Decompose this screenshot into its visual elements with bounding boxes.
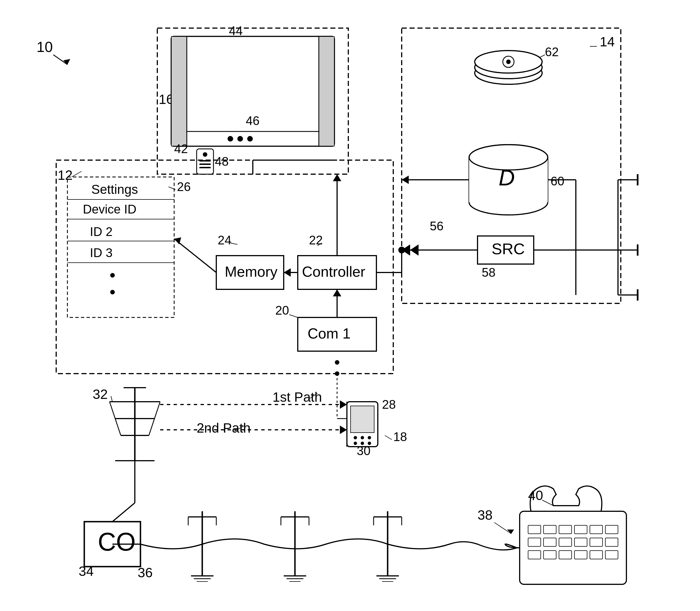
svg-point-80: [361, 436, 364, 439]
main-ref-label: 10: [36, 39, 53, 55]
device-id-label: Device ID: [83, 202, 136, 216]
svg-rect-149: [605, 551, 618, 559]
src-label: SRC: [492, 240, 525, 258]
svg-rect-7: [319, 36, 334, 146]
svg-point-81: [368, 436, 371, 439]
svg-rect-139: [543, 538, 556, 547]
path2-label: 2nd Path: [197, 420, 251, 435]
svg-rect-78: [351, 406, 374, 433]
svg-rect-137: [605, 525, 618, 534]
src-ref: 58: [482, 266, 495, 279]
svg-point-12: [247, 136, 253, 141]
svg-point-14: [203, 152, 207, 157]
telephone-wire-ref: 38: [478, 508, 492, 522]
svg-rect-6: [172, 36, 187, 146]
svg-rect-145: [543, 551, 556, 559]
svg-point-11: [237, 136, 243, 141]
mobile-phone-ref: 30: [357, 444, 371, 458]
mobile-ref: 18: [393, 430, 407, 444]
path1-label: 1st Path: [272, 390, 322, 404]
svg-rect-132: [528, 525, 541, 534]
svg-point-79: [354, 436, 357, 439]
svg-rect-140: [559, 538, 572, 547]
svg-rect-148: [590, 551, 602, 559]
tv-logo-ref: 46: [246, 114, 259, 128]
device-group-ref: 12: [58, 168, 73, 183]
co-label: CO: [98, 528, 136, 556]
svg-rect-133: [543, 525, 556, 534]
database-ref: 60: [551, 174, 564, 188]
svg-rect-16: [199, 164, 211, 165]
cd-ref: 62: [545, 45, 559, 59]
svg-point-154: [398, 247, 405, 253]
svg-rect-144: [528, 551, 541, 559]
svg-rect-135: [575, 525, 587, 534]
id3-label: ID 3: [90, 246, 113, 259]
antenna-ref: 32: [93, 387, 108, 402]
dots-label2: •: [109, 283, 116, 301]
svg-rect-147: [575, 551, 587, 559]
controller-label: Controller: [302, 264, 365, 280]
com1-ref: 20: [275, 303, 289, 317]
svg-point-71: [335, 360, 339, 364]
dots-label: •: [109, 266, 116, 285]
svg-rect-142: [590, 538, 602, 547]
co-box-ref: 34: [79, 564, 93, 579]
svg-point-10: [227, 136, 233, 141]
svg-rect-136: [590, 525, 602, 534]
memory-label: Memory: [225, 264, 278, 280]
controller-ref: 22: [309, 233, 323, 247]
tv-frame-ref: 44: [229, 24, 243, 38]
tv-ref: 42: [174, 142, 188, 155]
svg-rect-141: [575, 538, 587, 547]
wire-ref: 36: [138, 565, 152, 580]
settings-label: Settings: [91, 182, 138, 197]
path1-ref: 28: [382, 398, 396, 411]
id2-label: ID 2: [90, 225, 113, 238]
svg-rect-131: [520, 511, 626, 584]
svg-rect-17: [199, 167, 211, 168]
svg-rect-146: [559, 551, 572, 559]
svg-rect-138: [528, 538, 541, 547]
settings-box-ref: 26: [177, 180, 191, 194]
com1-label: Com 1: [308, 325, 351, 342]
remote-ref: 48: [215, 154, 229, 168]
diagram-container: 10 16 46 44 42 48: [0, 0, 700, 611]
telephone-ref: 40: [528, 488, 543, 503]
svg-point-24: [506, 60, 511, 64]
source-group-ref: 14: [600, 34, 615, 49]
svg-rect-134: [559, 525, 572, 534]
disk-ref: 56: [430, 219, 444, 233]
database-label: D: [498, 165, 515, 190]
svg-rect-143: [605, 538, 618, 547]
memory-ref: 24: [218, 233, 232, 247]
